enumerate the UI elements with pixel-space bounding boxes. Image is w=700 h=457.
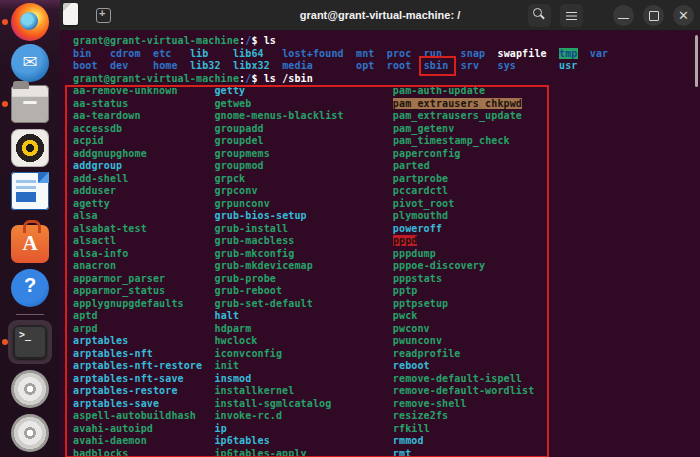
- listing-entry: aa-remove-unknown: [73, 85, 178, 96]
- terminal-token: media: [282, 60, 313, 71]
- dock-item-rhythmbox[interactable]: [11, 129, 49, 167]
- listing-entry: pccardctl: [393, 185, 448, 196]
- listing-entry: arptables-nft-save: [73, 373, 184, 384]
- terminal-line: acpid groupdel pam_timestamp_check: [73, 135, 608, 148]
- listing-entry: adduser: [73, 185, 116, 196]
- listing-entry: pam_extrausers_chkpwd: [393, 98, 522, 109]
- help-icon: [11, 269, 49, 307]
- terminal-token: run: [424, 48, 442, 59]
- dock-item-disc1[interactable]: [11, 370, 49, 408]
- close-icon: ✕: [673, 5, 694, 26]
- listing-entry: aspell-autobuildhash: [73, 410, 196, 421]
- listing-entry: arptables-save: [73, 398, 159, 409]
- terminal-token: grant@grant-virtual-machine: [73, 73, 239, 84]
- menu-button[interactable]: [560, 4, 583, 27]
- listing-entry: arptables-nft-restore: [73, 360, 202, 371]
- terminal-line: aspell-autobuildhash invoke-rc.d resize2…: [73, 410, 608, 423]
- terminal-titlebar[interactable]: grant@grant-virtual-machine: / ✕: [60, 0, 700, 31]
- dock-item-software[interactable]: [11, 225, 49, 263]
- terminal-token: lib64: [233, 48, 264, 59]
- terminal-token: lost+found: [282, 48, 344, 59]
- listing-entry: groupdel: [214, 135, 263, 146]
- listing-entry: alsa: [73, 210, 98, 221]
- terminal-line: alsabat-test grub-install poweroff: [73, 223, 608, 236]
- listing-entry: rmmod: [393, 435, 424, 446]
- terminal-line: grant@grant-virtual-machine:/$ ls: [73, 35, 608, 48]
- dock-item-thunderbird[interactable]: [11, 44, 49, 82]
- terminal-line: arptables-save install-sgmlcatalog remov…: [73, 398, 608, 411]
- hamburger-icon: [566, 12, 577, 14]
- listing-entry: badblocks: [73, 448, 128, 457]
- minimize-button[interactable]: [613, 5, 634, 26]
- terminal-line: arptables-nft-save insmod remove-default…: [73, 373, 608, 386]
- listing-entry: pwunconv: [393, 335, 442, 346]
- terminal-line: addgroup groupmod parted: [73, 160, 608, 173]
- close-button[interactable]: ✕: [673, 5, 694, 26]
- dock-item-help[interactable]: [11, 269, 49, 307]
- terminal-line: grant@grant-virtual-machine:/$ ls /sbin: [73, 73, 608, 86]
- listing-entry: aa-teardown: [73, 110, 141, 121]
- terminal-text: grant@grant-virtual-machine:/$ lsbin cdr…: [73, 35, 608, 457]
- terminal-body[interactable]: grant@grant-virtual-machine:/$ lsbin cdr…: [60, 30, 700, 457]
- terminal-token: proc: [387, 48, 412, 59]
- listing-entry: grub-mkconfig: [214, 248, 294, 259]
- terminal-token: mnt: [356, 48, 374, 59]
- dock-item-disc2[interactable]: [11, 414, 49, 452]
- terminal-token: etc: [153, 48, 171, 59]
- running-indicator: [2, 339, 8, 345]
- terminal-line: arptables hwclock pwunconv: [73, 335, 608, 348]
- listing-entry: rfkill: [393, 423, 430, 434]
- listing-entry: reboot: [393, 360, 430, 371]
- listing-entry: arptables-nft: [73, 348, 153, 359]
- terminal-token: usr: [559, 60, 577, 71]
- listing-entry: readprofile: [393, 348, 461, 359]
- listing-entry: grpconv: [214, 185, 257, 196]
- listing-entry: alsactl: [73, 235, 116, 246]
- terminal-line: adduser grpconv pccardctl: [73, 185, 608, 198]
- listing-entry: grpunconv: [214, 198, 269, 209]
- listing-entry: grub-bios-setup: [214, 210, 306, 221]
- software-icon: [11, 225, 49, 263]
- dock-item-writer[interactable]: [11, 172, 49, 210]
- search-icon: [533, 8, 542, 17]
- listing-entry: pppd: [393, 235, 418, 246]
- terminal-line: aa-remove-unknown getty pam-auth-update: [73, 85, 608, 98]
- listing-entry: addgroup: [73, 160, 122, 171]
- terminal-token: bin: [73, 48, 91, 59]
- listing-entry: add-shell: [73, 173, 128, 184]
- listing-entry: poweroff: [393, 223, 442, 234]
- terminal-token: sbin: [424, 60, 449, 71]
- search-button[interactable]: [528, 4, 551, 27]
- listing-entry: aa-status: [73, 98, 128, 109]
- terminal-token: cdrom: [110, 48, 141, 59]
- listing-entry: avahi-daemon: [73, 435, 147, 446]
- terminal-line: badblocks ip6tables-apply rmt: [73, 448, 608, 457]
- terminal-line: alsa grub-bios-setup plymouthd: [73, 210, 608, 223]
- terminal-line: accessdb groupadd pam_getenv: [73, 123, 608, 136]
- listing-entry: plymouthd: [393, 210, 448, 221]
- listing-entry: applygnupgdefaults: [73, 298, 184, 309]
- terminal-line: arptables-nft iconvconfig readprofile: [73, 348, 608, 361]
- listing-entry: hwclock: [214, 335, 257, 346]
- listing-entry: pwconv: [393, 323, 430, 334]
- maximize-button[interactable]: [643, 5, 664, 26]
- listing-entry: addgnupghome: [73, 148, 147, 159]
- listing-entry: partprobe: [393, 173, 448, 184]
- dock-item-files[interactable]: [11, 85, 49, 123]
- terminal-token: lib: [190, 48, 208, 59]
- dock-item-firefox[interactable]: [11, 3, 49, 41]
- listing-entry: resize2fs: [393, 410, 448, 421]
- listing-entry: grub-mkdevicemap: [214, 260, 312, 271]
- scrollbar[interactable]: [695, 35, 698, 87]
- listing-entry: groupmems: [214, 148, 269, 159]
- listing-entry: insmod: [214, 373, 251, 384]
- dock-item-terminal[interactable]: [8, 320, 52, 364]
- titlebar-buttons: ✕: [528, 0, 694, 30]
- running-indicator: [2, 101, 8, 107]
- terminal-line: agetty grpunconv pivot_root: [73, 198, 608, 211]
- listing-entry: init: [214, 360, 239, 371]
- listing-entry: agetty: [73, 198, 110, 209]
- terminal-token: $ ls /sbin: [251, 73, 313, 84]
- listing-entry: avahi-autoipd: [73, 423, 153, 434]
- files-icon: [11, 85, 49, 123]
